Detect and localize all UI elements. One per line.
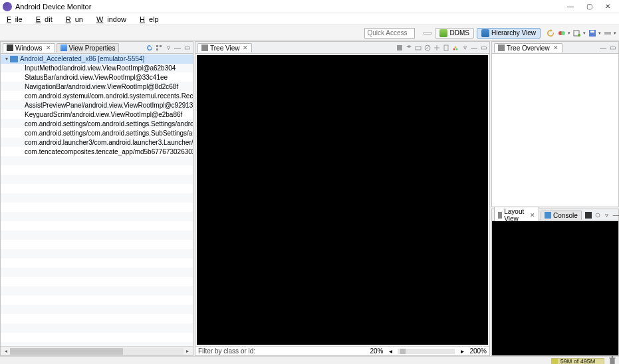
profile-icon[interactable] <box>451 44 459 52</box>
view-menu-icon[interactable]: ▿ <box>461 44 469 52</box>
close-icon[interactable]: ✕ <box>553 45 558 51</box>
svg-point-5 <box>561 31 565 35</box>
menu-help[interactable]: Help <box>136 15 167 24</box>
perspective-ddms[interactable]: DDMS <box>435 28 473 39</box>
layout-view-pane: Layout View ✕ Console ▿ — ▭ <box>491 209 619 356</box>
zoom-thumb[interactable] <box>400 349 406 354</box>
window-label: com.tencatecomposites.tencate_app/md5b67… <box>25 147 193 157</box>
maximize-pane-icon[interactable]: ▭ <box>608 44 616 52</box>
zoom-slider[interactable] <box>398 349 455 354</box>
window-label: com.android.settings/com.android.setting… <box>25 129 193 138</box>
svg-point-16 <box>453 48 455 50</box>
svg-rect-15 <box>444 45 448 50</box>
window-node[interactable]: com.android.systemui/com.android.systemu… <box>1 92 193 101</box>
menu-window[interactable]: Window <box>92 15 134 24</box>
menu-run[interactable]: Run <box>62 15 91 24</box>
window-node[interactable]: com.tencatecomposites.tencate_app/md5b67… <box>1 147 193 157</box>
svg-rect-12 <box>416 46 421 50</box>
onblack-icon[interactable] <box>584 211 592 219</box>
export-icon[interactable] <box>414 44 422 52</box>
refresh-icon[interactable] <box>546 29 555 38</box>
dropdown-icon[interactable]: ▾ <box>568 31 570 36</box>
dropdown-icon[interactable]: ▾ <box>598 31 601 36</box>
menu-edit[interactable]: Edit <box>32 15 61 24</box>
window-node[interactable]: AssistPreviewPanel/android.view.ViewRoot… <box>1 101 193 110</box>
open-perspective-button[interactable] <box>423 32 432 35</box>
scroll-right-icon[interactable]: ▸ <box>184 348 191 354</box>
window-node[interactable]: com.android.launcher3/com.android.launch… <box>1 138 193 147</box>
reload-icon[interactable] <box>146 44 154 52</box>
collapse-icon[interactable]: ▾ <box>3 54 10 64</box>
maximize-pane-icon[interactable]: ▭ <box>479 44 487 52</box>
perspective-ddms-label: DDMS <box>449 29 469 37</box>
gc-icon[interactable] <box>608 357 616 365</box>
tab-view-properties-label: View Properties <box>69 45 116 52</box>
window-label: AssistPreviewPanel/android.view.ViewRoot… <box>25 101 193 110</box>
scroll-track[interactable] <box>10 348 184 355</box>
tab-tree-overview[interactable]: Tree Overview ✕ <box>494 43 562 52</box>
maximize-button[interactable]: ▢ <box>584 2 594 11</box>
dropdown-icon[interactable]: ▾ <box>614 31 616 36</box>
invalidate-icon[interactable] <box>424 44 432 52</box>
device-icon <box>10 56 18 62</box>
dropdown-icon[interactable]: ▾ <box>583 31 586 36</box>
windows-pane-header: Windows ✕ View Properties ▿ — ▭ <box>1 42 193 54</box>
perspective-hierarchy-label: Hierarchy View <box>491 29 536 37</box>
tree-action-icon[interactable] <box>155 44 163 52</box>
zoom-out-icon[interactable]: ◂ <box>387 347 394 355</box>
minimize-button[interactable]: — <box>566 2 575 11</box>
tree-view-canvas[interactable] <box>197 55 488 345</box>
maximize-pane-icon[interactable]: ▭ <box>183 44 191 52</box>
windows-tree[interactable]: ▾Android_Accelerated_x86 [emulator-5554]… <box>1 54 193 346</box>
minimize-pane-icon[interactable]: — <box>470 44 478 52</box>
scroll-thumb[interactable] <box>10 348 123 355</box>
svg-point-20 <box>596 213 600 217</box>
device-node[interactable]: ▾Android_Accelerated_x86 [emulator-5554] <box>1 54 193 64</box>
options-icon[interactable] <box>603 29 612 38</box>
quick-access-input[interactable] <box>364 28 415 39</box>
windows-pane: Windows ✕ View Properties ▿ — ▭ ▾Android… <box>0 41 193 356</box>
tab-console[interactable]: Console <box>541 211 582 220</box>
heap-indicator[interactable]: 59M of 495M <box>551 358 604 365</box>
show-extras-icon[interactable] <box>594 211 602 219</box>
view-menu-icon[interactable]: ▿ <box>164 44 172 52</box>
window-node[interactable]: com.android.settings/com.android.setting… <box>1 120 193 129</box>
window-node[interactable]: InputMethod/android.view.ViewRootImpl@a6… <box>1 64 193 73</box>
close-button[interactable]: ✕ <box>603 2 612 11</box>
zoom-in-icon[interactable]: ▸ <box>459 347 465 355</box>
close-icon[interactable]: ✕ <box>46 45 51 51</box>
horizontal-scrollbar[interactable]: ◂ ▸ <box>1 346 193 355</box>
tree-view-pane: Tree View ✕ ▿ — ▭ Filter by class or id: <box>195 41 490 356</box>
svg-rect-10 <box>604 32 611 35</box>
minimize-pane-icon[interactable]: — <box>599 44 607 52</box>
svg-point-7 <box>578 34 580 37</box>
view-menu-icon[interactable]: ▿ <box>603 211 611 219</box>
tree-overview-canvas[interactable] <box>492 54 618 207</box>
layout-view-canvas[interactable] <box>492 221 618 355</box>
close-icon[interactable]: ✕ <box>243 45 248 51</box>
capture-icon[interactable] <box>557 29 566 38</box>
scroll-left-icon[interactable]: ◂ <box>2 348 10 354</box>
svg-point-17 <box>455 46 457 48</box>
minimize-pane-icon[interactable]: — <box>174 44 182 52</box>
tab-view-properties[interactable]: View Properties <box>57 43 120 52</box>
inspect-icon[interactable] <box>572 29 582 38</box>
capture-layers-icon[interactable] <box>405 44 413 52</box>
tab-tree-view-label: Tree View <box>210 45 239 52</box>
window-label: NavigationBar/android.view.ViewRootImpl@… <box>25 82 178 92</box>
perspective-hierarchy-view[interactable]: Hierarchy View <box>477 28 541 39</box>
tab-windows[interactable]: Windows ✕ <box>3 43 55 52</box>
window-node[interactable]: KeyguardScrim/android.view.ViewRootImpl@… <box>1 110 193 120</box>
close-icon[interactable]: ✕ <box>530 212 535 219</box>
minimize-pane-icon[interactable]: — <box>612 211 619 219</box>
menu-file[interactable]: File <box>3 15 31 24</box>
window-node[interactable]: com.android.settings/com.android.setting… <box>1 129 193 138</box>
save-tree-icon[interactable] <box>396 44 404 52</box>
tab-tree-view[interactable]: Tree View ✕ <box>197 43 252 52</box>
save-icon[interactable] <box>588 29 597 38</box>
window-node[interactable]: StatusBar/android.view.ViewRootImpl@33c4… <box>1 73 193 82</box>
dump-icon[interactable] <box>442 44 450 52</box>
request-layout-icon[interactable] <box>433 44 441 52</box>
window-node[interactable]: NavigationBar/android.view.ViewRootImpl@… <box>1 82 193 92</box>
zoom-min-label: 20% <box>370 347 383 355</box>
